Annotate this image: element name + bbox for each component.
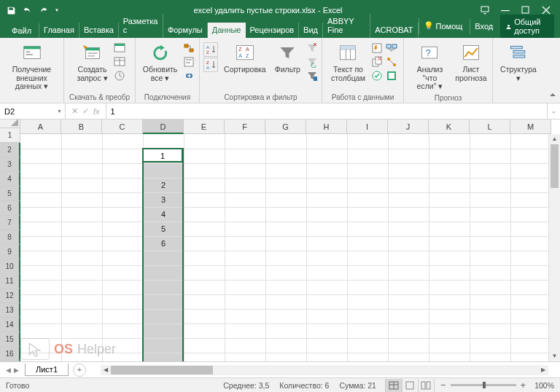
cell[interactable] — [20, 353, 61, 361]
cell[interactable] — [61, 265, 102, 280]
cell[interactable] — [265, 149, 306, 163]
cell[interactable] — [470, 222, 510, 236]
col-header[interactable]: A — [20, 119, 61, 134]
cell[interactable] — [61, 338, 102, 353]
tab-формулы[interactable]: Формулы — [163, 23, 208, 38]
tab-рецензиров[interactable]: Рецензиров — [246, 23, 300, 38]
normal-view-icon[interactable] — [386, 379, 402, 392]
fx-icon[interactable]: fx — [93, 107, 100, 116]
cell[interactable]: 5 — [143, 222, 184, 236]
row-header[interactable]: 9 — [0, 245, 20, 259]
page-break-view-icon[interactable] — [418, 379, 434, 392]
zoom-level[interactable]: 100% — [534, 381, 554, 390]
connections-icon[interactable] — [183, 42, 195, 54]
scroll-up-icon[interactable]: ▲ — [549, 134, 560, 144]
cell[interactable] — [306, 251, 347, 265]
cell[interactable] — [429, 338, 470, 353]
cell[interactable] — [306, 265, 347, 280]
cell[interactable] — [510, 207, 551, 222]
cell[interactable] — [102, 294, 143, 309]
cell[interactable] — [143, 251, 184, 265]
collapse-ribbon-icon[interactable] — [548, 91, 557, 100]
chevron-down-icon[interactable]: ▼ — [57, 109, 62, 114]
cell[interactable] — [265, 163, 306, 178]
cell[interactable] — [102, 178, 143, 192]
cell[interactable] — [265, 192, 306, 207]
cell[interactable] — [429, 353, 470, 361]
cell[interactable] — [347, 294, 388, 309]
col-header[interactable]: L — [470, 119, 510, 134]
cell[interactable] — [61, 280, 102, 294]
what-if-button[interactable]: ? Анализ "что если" ▾ — [408, 41, 451, 93]
cell[interactable] — [306, 207, 347, 222]
cell[interactable] — [347, 134, 388, 149]
row-header[interactable]: 6 — [0, 201, 20, 216]
cell[interactable] — [61, 294, 102, 309]
data-validation-icon[interactable] — [371, 70, 383, 82]
cell[interactable] — [225, 353, 265, 361]
row-header[interactable]: 14 — [0, 318, 20, 332]
cell[interactable] — [20, 134, 61, 149]
col-header[interactable]: I — [347, 119, 388, 134]
cell[interactable] — [20, 309, 61, 324]
prev-sheet-icon[interactable]: ◀ — [6, 366, 11, 374]
cell[interactable] — [470, 192, 510, 207]
scroll-right-icon[interactable]: ▶ — [538, 365, 548, 375]
tab-главная[interactable]: Главная — [39, 23, 79, 38]
cell[interactable]: 1 — [143, 149, 184, 163]
cell[interactable] — [225, 280, 265, 294]
formula-input[interactable]: 1 — [106, 103, 547, 119]
cell[interactable] — [429, 265, 470, 280]
cell[interactable] — [102, 236, 143, 251]
cell[interactable] — [225, 149, 265, 163]
col-header[interactable]: D — [143, 119, 184, 134]
cell[interactable] — [510, 280, 551, 294]
minimize-icon[interactable] — [500, 5, 510, 15]
vertical-scrollbar[interactable]: ▲ ▼ — [548, 134, 560, 361]
row-header[interactable]: 1 — [0, 128, 20, 143]
cell[interactable] — [102, 324, 143, 338]
cell[interactable] — [225, 192, 265, 207]
cell[interactable] — [510, 338, 551, 353]
cell[interactable] — [102, 280, 143, 294]
sheet-nav[interactable]: ◀▶ — [0, 366, 25, 374]
cell[interactable] — [510, 265, 551, 280]
cell[interactable] — [388, 251, 429, 265]
cell[interactable] — [61, 178, 102, 192]
consolidate-icon[interactable] — [386, 42, 397, 54]
cell[interactable] — [306, 163, 347, 178]
cell[interactable] — [102, 309, 143, 324]
row-header[interactable]: 12 — [0, 289, 20, 303]
cell[interactable] — [20, 265, 61, 280]
cell[interactable] — [102, 265, 143, 280]
cell[interactable] — [143, 280, 184, 294]
cell[interactable] — [510, 251, 551, 265]
cell[interactable] — [265, 294, 306, 309]
cell[interactable] — [184, 134, 225, 149]
tab-abbyy fine[interactable]: ABBYY Fine — [323, 14, 370, 38]
cell[interactable] — [20, 294, 61, 309]
col-header[interactable]: G — [265, 119, 306, 134]
cell[interactable] — [470, 134, 510, 149]
cell[interactable] — [306, 309, 347, 324]
cell[interactable] — [347, 178, 388, 192]
cell[interactable] — [225, 207, 265, 222]
cell[interactable] — [510, 294, 551, 309]
cell[interactable] — [347, 265, 388, 280]
cell[interactable] — [429, 280, 470, 294]
horizontal-scrollbar[interactable]: ◀ ▶ — [101, 365, 548, 375]
properties-icon[interactable] — [183, 56, 195, 68]
cell[interactable] — [143, 338, 184, 353]
cell[interactable] — [265, 338, 306, 353]
cell[interactable] — [184, 251, 225, 265]
cell[interactable] — [388, 338, 429, 353]
cell[interactable] — [265, 134, 306, 149]
cell[interactable] — [306, 280, 347, 294]
cell[interactable] — [347, 222, 388, 236]
cell[interactable] — [184, 265, 225, 280]
cell[interactable] — [470, 353, 510, 361]
cell[interactable] — [20, 236, 61, 251]
sort-desc-icon[interactable]: ZA — [203, 58, 218, 72]
cell[interactable] — [265, 353, 306, 361]
new-query-button[interactable]: Создать запрос ▾ — [74, 41, 110, 84]
